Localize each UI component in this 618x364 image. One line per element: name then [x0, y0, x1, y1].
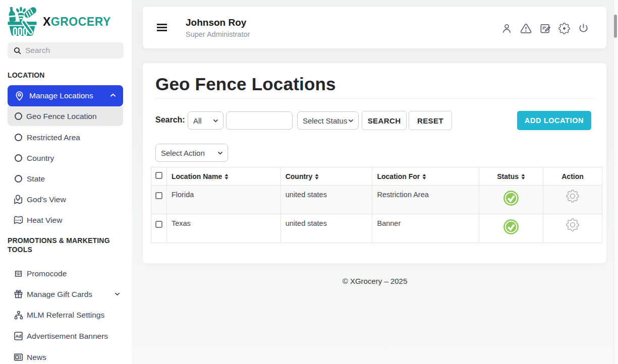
- svg-text:Ad: Ad: [15, 334, 21, 339]
